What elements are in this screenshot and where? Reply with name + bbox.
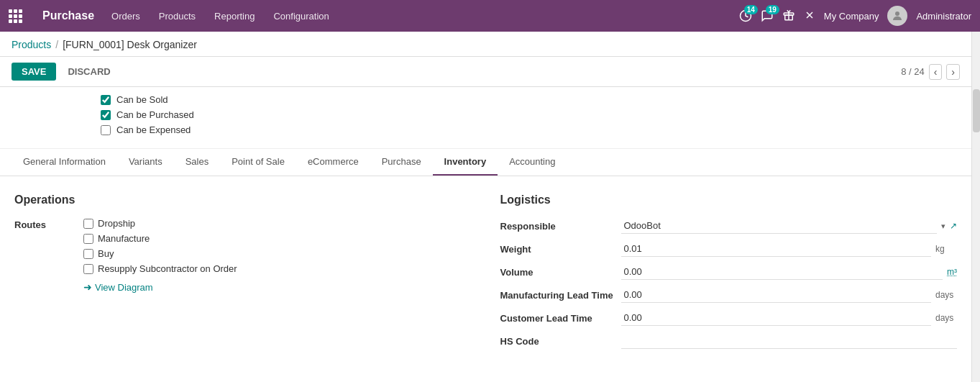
- tab-general-information[interactable]: General Information: [12, 149, 117, 176]
- cust-lead-input[interactable]: [621, 310, 932, 326]
- mfg-lead-unit: days: [935, 290, 957, 300]
- app-switcher-icon[interactable]: [9, 9, 22, 23]
- scrollbar-track: [971, 32, 980, 382]
- tabs-bar: General Information Variants Sales Point…: [0, 149, 971, 176]
- can-be-expensed-row: Can be Expensed: [101, 124, 957, 135]
- save-button[interactable]: SAVE: [12, 63, 56, 81]
- hs-code-row: HS Code: [500, 333, 958, 349]
- discard-button[interactable]: DISCARD: [62, 63, 116, 81]
- cust-lead-row: Customer Lead Time days: [500, 310, 958, 326]
- hs-code-input[interactable]: [621, 333, 958, 349]
- route-manufacture: Manufacture: [83, 233, 237, 244]
- breadcrumb-current: [FURN_0001] Desk Organizer: [63, 39, 197, 50]
- hs-code-value-container: [621, 333, 958, 349]
- tab-point-of-sale[interactable]: Point of Sale: [220, 149, 296, 176]
- weight-value-container: kg: [621, 241, 958, 257]
- nav-reporting[interactable]: Reporting: [211, 9, 257, 23]
- pager-prev[interactable]: ‹: [929, 64, 943, 80]
- close-icon[interactable]: [804, 9, 815, 23]
- mfg-lead-row: Manufacturing Lead Time days: [500, 287, 958, 303]
- routes-label: Routes: [14, 218, 72, 293]
- nav-orders[interactable]: Orders: [109, 9, 143, 23]
- nav-configuration[interactable]: Configuration: [270, 9, 331, 23]
- can-be-expensed-checkbox[interactable]: [101, 125, 111, 135]
- breadcrumb-parent[interactable]: Products: [12, 39, 51, 50]
- content-area: Products / [FURN_0001] Desk Organizer SA…: [0, 32, 971, 382]
- hs-code-label: HS Code: [500, 336, 615, 347]
- logistics-title: Logistics: [500, 194, 958, 206]
- main-content: Can be Sold Can be Purchased Can be Expe…: [0, 87, 971, 378]
- view-diagram-link[interactable]: ➜ View Diagram: [83, 281, 237, 293]
- mfg-lead-input[interactable]: [621, 287, 932, 303]
- responsible-value-container: ▾ ↗: [621, 218, 958, 234]
- avatar[interactable]: [887, 6, 907, 26]
- can-be-sold-label: Can be Sold: [116, 94, 168, 105]
- route-resupply: Resupply Subcontractor on Order: [83, 263, 237, 274]
- checkboxes-section: Can be Sold Can be Purchased Can be Expe…: [0, 87, 971, 149]
- responsible-dropdown-icon[interactable]: ▾: [941, 222, 945, 231]
- can-be-expensed-label: Can be Expensed: [116, 124, 191, 135]
- tab-inventory[interactable]: Inventory: [433, 149, 498, 176]
- navbar-right: 14 19 My Company Administrator: [739, 6, 971, 26]
- can-be-sold-row: Can be Sold: [101, 94, 957, 105]
- company-name[interactable]: My Company: [824, 11, 879, 22]
- manufacture-checkbox[interactable]: [83, 234, 93, 244]
- can-be-purchased-checkbox[interactable]: [101, 110, 111, 120]
- resupply-label: Resupply Subcontractor on Order: [98, 263, 237, 274]
- tab-variants[interactable]: Variants: [117, 149, 174, 176]
- nav-products[interactable]: Products: [156, 9, 198, 23]
- breadcrumb-separator: /: [55, 39, 58, 50]
- cust-lead-unit: days: [935, 313, 957, 323]
- volume-unit: m³: [947, 267, 957, 277]
- weight-input[interactable]: [621, 241, 932, 257]
- tab-ecommerce[interactable]: eCommerce: [296, 149, 370, 176]
- pager-next[interactable]: ›: [946, 64, 960, 80]
- volume-input[interactable]: [621, 264, 943, 280]
- toolbar: SAVE DISCARD 8 / 24 ‹ ›: [0, 57, 971, 87]
- app-name: Purchase: [42, 9, 94, 22]
- routes-row: Routes Dropship Manufacture: [14, 218, 472, 293]
- manufacture-label: Manufacture: [98, 233, 150, 244]
- weight-label: Weight: [500, 244, 615, 255]
- resupply-checkbox[interactable]: [83, 264, 93, 274]
- operations-title: Operations: [14, 194, 472, 206]
- messaging-badge: 19: [766, 5, 779, 14]
- inventory-tab-content: Operations Routes Dropship Manufacture: [0, 176, 971, 378]
- nav-menu: Orders Products Reporting Configuration: [109, 9, 725, 23]
- weight-unit: kg: [935, 244, 957, 254]
- gift-icon[interactable]: [782, 9, 795, 24]
- dropship-label: Dropship: [98, 218, 135, 229]
- tab-sales[interactable]: Sales: [174, 149, 221, 176]
- volume-value-container: m³: [621, 264, 958, 280]
- volume-row: Volume m³: [500, 264, 958, 280]
- can-be-purchased-label: Can be Purchased: [116, 109, 194, 120]
- operations-section: Operations Routes Dropship Manufacture: [14, 194, 472, 360]
- arrow-right-icon: ➜: [83, 281, 92, 293]
- responsible-input[interactable]: [621, 218, 938, 234]
- routes-checkboxes: Dropship Manufacture Buy: [83, 218, 237, 293]
- scrollbar-thumb[interactable]: [973, 89, 980, 132]
- page-wrapper: Products / [FURN_0001] Desk Organizer SA…: [0, 32, 980, 382]
- activity-icon[interactable]: 14: [739, 9, 752, 22]
- buy-label: Buy: [98, 248, 114, 259]
- pager: 8 / 24 ‹ ›: [901, 64, 960, 80]
- mfg-lead-value-container: days: [621, 287, 958, 303]
- breadcrumb: Products / [FURN_0001] Desk Organizer: [12, 39, 960, 50]
- dropship-checkbox[interactable]: [83, 219, 93, 229]
- tab-purchase[interactable]: Purchase: [370, 149, 433, 176]
- logistics-section: Logistics Responsible ▾ ↗ Weight: [500, 194, 958, 360]
- can-be-sold-checkbox[interactable]: [101, 95, 111, 105]
- view-diagram-label: View Diagram: [95, 282, 153, 293]
- route-buy: Buy: [83, 248, 237, 259]
- breadcrumb-bar: Products / [FURN_0001] Desk Organizer: [0, 32, 971, 57]
- buy-checkbox[interactable]: [83, 249, 93, 259]
- responsible-row: Responsible ▾ ↗: [500, 218, 958, 234]
- user-name[interactable]: Administrator: [916, 11, 971, 22]
- pager-text: 8 / 24: [901, 66, 925, 77]
- messaging-icon[interactable]: 19: [761, 9, 774, 22]
- responsible-external-link-icon[interactable]: ↗: [950, 221, 957, 231]
- tab-accounting[interactable]: Accounting: [498, 149, 567, 176]
- cust-lead-label: Customer Lead Time: [500, 313, 615, 324]
- route-dropship: Dropship: [83, 218, 237, 229]
- responsible-label: Responsible: [500, 221, 615, 232]
